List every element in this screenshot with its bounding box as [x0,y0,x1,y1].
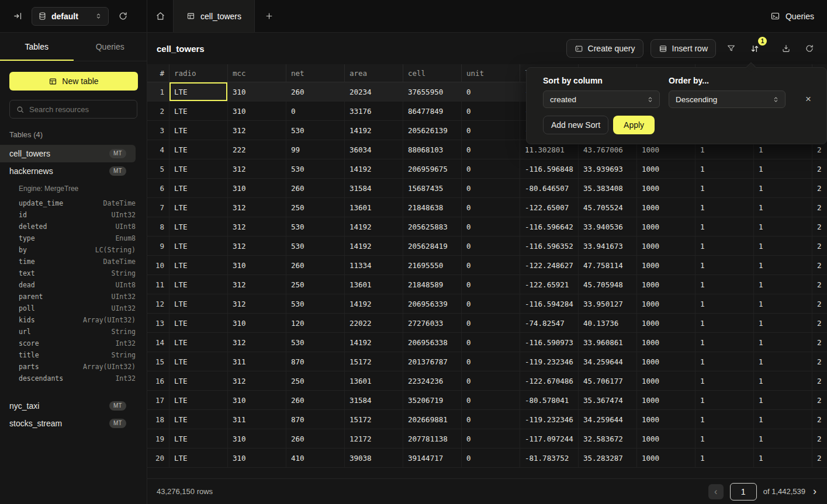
table-cell[interactable]: 45.705948 [579,275,637,294]
table-cell[interactable]: 1 [695,217,754,236]
table-cell[interactable]: 310 [228,391,286,409]
table-cell[interactable]: 1 [695,429,754,448]
table-cell[interactable]: 13601 [345,371,403,390]
table-cell[interactable]: 1 [754,256,812,274]
table-cell[interactable]: LTE [169,159,228,178]
table-cell[interactable]: 206959675 [403,159,462,178]
table-cell[interactable]: 33.940536 [579,217,637,236]
add-new-sort-button[interactable]: Add new Sort [543,116,608,134]
table-cell[interactable]: 0 [462,121,520,140]
table-cell[interactable]: 312 [228,121,286,140]
table-cell[interactable]: 260 [286,179,345,197]
table-cell[interactable]: 11334 [345,256,403,274]
table-cell[interactable]: 15687435 [403,179,462,197]
table-cell[interactable]: 22022 [345,314,403,332]
table-cell[interactable]: 27276033 [403,314,462,332]
tab-home[interactable] [147,0,173,32]
table-cell[interactable]: 0 [462,275,520,294]
create-query-button[interactable]: Create query [566,39,643,58]
table-cell[interactable]: 530 [286,294,345,313]
table-cell[interactable]: 13601 [345,198,403,217]
table-cell[interactable]: 310 [228,314,286,332]
table-cell[interactable]: 260 [286,391,345,409]
table-cell[interactable]: 312 [228,294,286,313]
table-cell[interactable]: 206956339 [403,294,462,313]
table-cell[interactable]: 2 [812,391,827,409]
table-cell[interactable]: 311 [228,410,286,429]
table-cell[interactable]: 222 [228,140,286,159]
table-cell[interactable]: -119.232346 [520,352,579,371]
table-cell[interactable]: 120 [286,314,345,332]
table-cell[interactable]: 1 [695,449,754,467]
table-cell[interactable]: 410 [286,449,345,467]
table-cell[interactable]: 2 [812,275,827,294]
table-cell[interactable]: 31584 [345,391,403,409]
table-cell[interactable]: 34.259644 [579,352,637,371]
refresh-table-button[interactable] [801,40,818,57]
table-cell[interactable]: 2 [812,410,827,429]
table-cell[interactable]: 2 [812,429,827,448]
collapse-sidebar-button[interactable] [9,8,26,25]
table-cell[interactable]: 207781138 [403,429,462,448]
table-cell[interactable]: 1000 [637,371,695,390]
table-cell[interactable]: 0 [462,82,520,101]
table-cell[interactable]: 1000 [637,237,695,255]
table-cell[interactable]: 1 [754,352,812,371]
table-cell[interactable]: 1 [695,314,754,332]
sidebar-tab-queries[interactable]: Queries [74,33,147,61]
table-cell[interactable]: 2 [812,449,827,467]
column-header-radio[interactable]: radio [169,64,228,82]
table-cell[interactable]: 312 [228,371,286,390]
table-cell[interactable]: 14192 [345,237,403,255]
table-cell[interactable]: 206956338 [403,333,462,352]
table-cell[interactable]: 1 [754,449,812,467]
table-cell[interactable]: 312 [228,159,286,178]
table-cell[interactable]: 14192 [345,217,403,236]
table-cell[interactable]: 1000 [637,352,695,371]
table-cell[interactable]: -116.596352 [520,237,579,255]
table-cell[interactable]: LTE [169,449,228,467]
table-cell[interactable]: LTE [169,314,228,332]
table-cell[interactable]: 250 [286,198,345,217]
table-cell[interactable]: 2 [812,179,827,197]
column-header-mcc[interactable]: mcc [228,64,286,82]
table-cell[interactable]: 1 [754,179,812,197]
table-cell[interactable]: 31584 [345,179,403,197]
table-cell[interactable]: 33.939693 [579,159,637,178]
table-cell[interactable]: 202669881 [403,410,462,429]
table-cell[interactable]: 37655950 [403,82,462,101]
table-cell[interactable]: LTE [169,371,228,390]
table-cell[interactable]: 1 [695,256,754,274]
table-cell[interactable]: 1 [754,314,812,332]
table-cell[interactable]: 1 [754,294,812,313]
table-cell[interactable]: -116.594284 [520,294,579,313]
table-cell[interactable]: 0 [462,449,520,467]
table-cell[interactable]: 1000 [637,294,695,313]
table-cell[interactable]: 22324236 [403,371,462,390]
table-cell[interactable]: 39144717 [403,449,462,467]
table-cell[interactable]: 1000 [637,256,695,274]
table-cell[interactable]: 15172 [345,410,403,429]
table-cell[interactable]: 1 [695,237,754,255]
table-cell[interactable]: 1 [754,371,812,390]
table-cell[interactable]: 250 [286,371,345,390]
table-cell[interactable]: 34.259644 [579,410,637,429]
table-cell[interactable]: 1000 [637,429,695,448]
table-cell[interactable]: 0 [462,237,520,255]
table-cell[interactable]: 35.283287 [579,449,637,467]
table-cell[interactable]: 36034 [345,140,403,159]
new-table-button[interactable]: New table [9,72,138,91]
table-cell[interactable]: 1 [754,410,812,429]
table-cell[interactable]: 0 [462,294,520,313]
sort-order-select[interactable]: Descending [669,91,786,108]
table-cell[interactable]: 2 [812,237,827,255]
table-cell[interactable]: LTE [169,102,228,120]
table-cell[interactable]: LTE [169,217,228,236]
sort-button[interactable]: 1 [746,40,763,57]
table-cell[interactable]: 1000 [637,410,695,429]
sidebar-item-cell-towers[interactable]: cell_towers MT [0,145,136,162]
table-cell[interactable]: 1 [695,410,754,429]
database-selector[interactable]: default [32,7,109,26]
table-cell[interactable]: LTE [169,333,228,352]
table-cell[interactable]: 0 [462,371,520,390]
